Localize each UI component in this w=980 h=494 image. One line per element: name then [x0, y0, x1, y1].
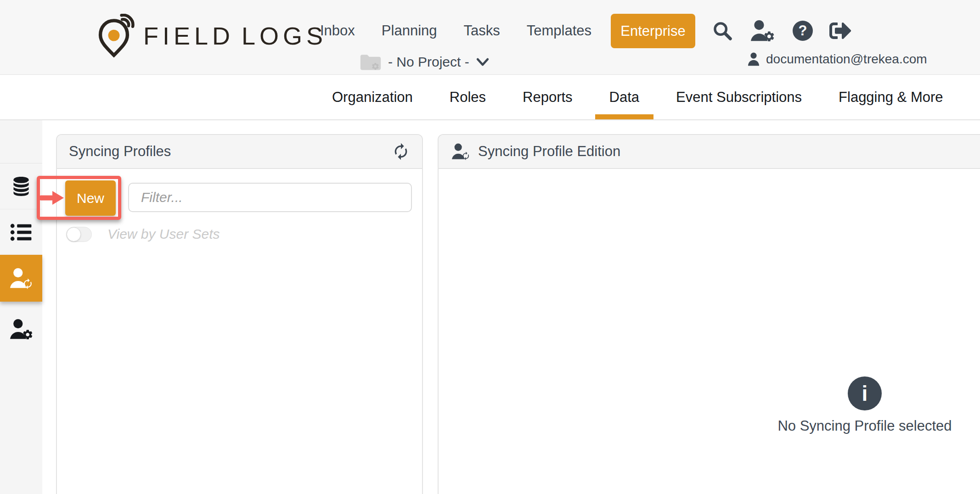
chevron-down-icon	[476, 56, 490, 67]
svg-text:?: ?	[799, 22, 807, 39]
search-icon[interactable]	[712, 20, 733, 41]
header-icon-bar: ?	[712, 15, 851, 47]
new-button[interactable]: New	[65, 180, 116, 216]
syncing-profiles-header: Syncing Profiles	[57, 135, 422, 169]
app-window: FIELD LOGS Inbox Planning Tasks Template…	[0, 0, 980, 494]
person-icon	[747, 52, 760, 67]
folder-gear-icon	[360, 53, 382, 71]
tab-organization[interactable]: Organization	[332, 75, 413, 119]
user-gear-icon[interactable]	[749, 19, 776, 42]
tab-reports[interactable]: Reports	[523, 75, 573, 119]
top-nav: Inbox Planning Tasks Templates	[320, 15, 591, 47]
toggle-knob	[67, 227, 81, 241]
database-icon	[11, 175, 31, 198]
view-by-user-sets-row: View by User Sets	[66, 226, 220, 242]
project-selector-label: - No Project -	[388, 54, 469, 70]
empty-state: i No Syncing Profile selected	[439, 376, 980, 434]
syncing-profile-edition-header: Syncing Profile Edition	[439, 135, 980, 169]
help-icon[interactable]: ?	[792, 20, 814, 42]
user-gear-icon	[8, 318, 34, 340]
nav-item-inbox[interactable]: Inbox	[320, 22, 355, 39]
view-by-user-sets-toggle[interactable]	[66, 227, 92, 242]
enterprise-button[interactable]: Enterprise	[611, 14, 695, 48]
user-sync-icon	[451, 143, 471, 160]
nav-item-templates[interactable]: Templates	[527, 22, 591, 39]
left-sidebar	[0, 120, 42, 494]
logout-icon[interactable]	[829, 20, 851, 42]
info-icon: i	[848, 376, 882, 410]
nav-item-planning[interactable]: Planning	[382, 22, 437, 39]
user-sync-icon	[8, 267, 34, 289]
sidebar-item-data-sources[interactable]	[0, 163, 42, 209]
syncing-profile-edition-panel: Syncing Profile Edition i No Syncing Pro…	[438, 134, 980, 494]
tab-event-subscriptions[interactable]: Event Subscriptions	[676, 75, 802, 119]
nav-item-tasks[interactable]: Tasks	[464, 22, 500, 39]
tab-flagging-more[interactable]: Flagging & More	[839, 75, 943, 119]
refresh-icon[interactable]	[392, 142, 410, 161]
fieldlogs-pin-icon	[93, 14, 135, 58]
panel-title: Syncing Profile Edition	[478, 143, 620, 160]
sidebar-item-user-management[interactable]	[0, 306, 42, 352]
tab-roles[interactable]: Roles	[450, 75, 486, 119]
list-icon	[10, 223, 32, 242]
user-email-text: documentation@trekea.com	[766, 52, 927, 67]
view-by-user-sets-label: View by User Sets	[107, 226, 220, 242]
syncing-profiles-panel: Syncing Profiles New View by User Sets	[56, 134, 423, 494]
tab-data[interactable]: Data	[609, 75, 639, 119]
brand-logo: FIELD LOGS	[93, 10, 327, 62]
user-account[interactable]: documentation@trekea.com	[747, 49, 927, 70]
sidebar-item-lists[interactable]	[0, 209, 42, 255]
brand-name: FIELD LOGS	[143, 22, 327, 50]
app-header: FIELD LOGS Inbox Planning Tasks Template…	[0, 0, 980, 75]
empty-state-message: No Syncing Profile selected	[777, 418, 952, 434]
filter-input[interactable]	[128, 183, 412, 212]
sidebar-item-syncing-profiles[interactable]	[0, 255, 42, 302]
panel-title: Syncing Profiles	[69, 143, 171, 160]
project-selector[interactable]: - No Project -	[360, 51, 490, 73]
secondary-nav: Organization Roles Reports Data Event Su…	[0, 75, 980, 120]
